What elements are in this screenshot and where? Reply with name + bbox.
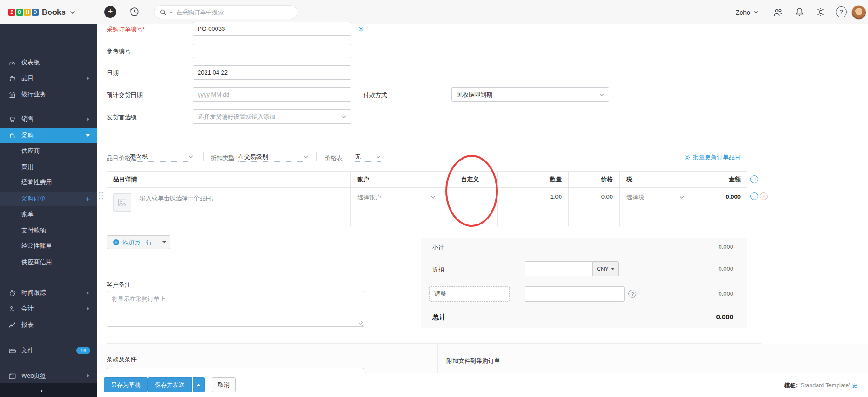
template-info: 模板: 'Standard Template' 更	[784, 381, 858, 390]
discount-currency-select[interactable]: CNY	[593, 261, 619, 276]
row-options-button[interactable]: ···	[750, 192, 758, 200]
gear-icon	[357, 25, 365, 33]
row-remove-button[interactable]: ×	[760, 192, 768, 200]
discount-type-select[interactable]: 在交易级别	[238, 152, 308, 162]
sidebar-item-expenses[interactable]: 费用	[0, 160, 97, 174]
documents-count-badge: 16	[76, 347, 90, 354]
user-avatar[interactable]	[851, 5, 866, 20]
sidebar-item-time-tracking[interactable]: 时间跟踪	[0, 286, 97, 300]
drag-dots-icon	[98, 191, 103, 200]
search-input[interactable]: 在采购订单中搜索	[154, 5, 297, 19]
chevron-down-icon	[70, 11, 75, 14]
item-details-cell[interactable]: 输入或单击以选择一个品目。	[107, 188, 351, 226]
sidebar-item-documents[interactable]: 文件 16	[0, 344, 97, 357]
po-number-input[interactable]	[193, 22, 351, 36]
bulk-update-items-link[interactable]: 批量更新订单品目	[684, 153, 741, 161]
adjustment-help-button[interactable]: ?	[628, 290, 636, 298]
org-logo[interactable]: Z O H O Books	[8, 0, 75, 24]
sidebar-item-dashboard[interactable]: 仪表板	[0, 56, 97, 69]
sidebar-item-reports[interactable]: 报表	[0, 318, 97, 332]
notifications-button[interactable]	[794, 6, 805, 19]
subtotal-value: 0.000	[667, 243, 733, 250]
sidebar-item-banking[interactable]: 银行业务	[0, 87, 97, 101]
sidebar-item-items[interactable]: 品目	[0, 71, 97, 85]
quantity-cell[interactable]: 1.00	[498, 188, 569, 226]
caret-up-icon	[197, 384, 200, 386]
shipment-preference-select[interactable]: 选择发货偏好设置或键入添加	[193, 109, 351, 124]
template-label: 模板:	[784, 382, 798, 390]
payment-terms-label: 付款方式	[363, 91, 387, 99]
col-header-tax: 税	[620, 171, 691, 188]
cancel-button[interactable]: 取消	[212, 377, 236, 392]
help-button[interactable]: ?	[836, 6, 847, 17]
discount-type-label: 折扣类型	[211, 154, 234, 162]
adjustment-name-input[interactable]: 调整	[429, 286, 510, 302]
reference-input[interactable]	[193, 44, 351, 58]
table-options-button[interactable]: ···	[750, 175, 758, 183]
options-divider	[203, 152, 204, 161]
sidebar-item-payments-made[interactable]: 支付款项	[0, 224, 97, 237]
adjustment-amount-input[interactable]	[525, 286, 625, 302]
users-button[interactable]	[772, 7, 783, 20]
sidebar-item-sales[interactable]: 销售	[0, 112, 97, 126]
add-row-split-button[interactable]: 添加另一行	[107, 235, 170, 249]
question-icon: ?	[631, 291, 634, 297]
po-number-settings-button[interactable]	[357, 25, 365, 35]
settings-button[interactable]	[815, 6, 826, 19]
sidebar-item-bills[interactable]: 账单	[0, 207, 97, 221]
sidebar-collapse-button[interactable]: ‹	[0, 383, 97, 397]
options-divider	[316, 152, 317, 161]
chevron-down-icon	[754, 11, 759, 14]
add-row-caret-button[interactable]	[158, 235, 170, 249]
users-icon	[772, 7, 783, 18]
question-icon: ?	[839, 8, 843, 16]
sidebar-item-recurring-bills[interactable]: 经常性账单	[0, 239, 97, 253]
sidebar-item-vendors[interactable]: 供应商	[0, 144, 97, 158]
expand-arrow-icon	[87, 374, 89, 378]
close-icon: ×	[762, 194, 765, 199]
logo-tile-o1: O	[16, 9, 23, 16]
date-input[interactable]	[193, 65, 351, 80]
textarea-resize-handle[interactable]	[359, 321, 363, 326]
gear-icon	[815, 6, 826, 17]
expected-delivery-date-input[interactable]	[193, 87, 351, 102]
payment-terms-select[interactable]: 见收据即到期	[451, 87, 609, 102]
save-draft-button[interactable]: 另存为草稿	[104, 377, 148, 392]
rate-cell[interactable]: 0.00	[569, 188, 620, 226]
sidebar-item-vendor-credits[interactable]: 供应商信用	[0, 255, 97, 269]
save-send-caret-button[interactable]	[193, 377, 205, 392]
history-clock-icon	[129, 6, 140, 17]
expand-arrow-icon	[87, 76, 89, 80]
date-label: 日期	[107, 69, 119, 77]
sidebar-item-purchase-orders[interactable]: 采购订单 +	[0, 192, 97, 206]
sidebar-item-accountant[interactable]: 会计	[0, 302, 97, 316]
shopping-bag-icon	[8, 132, 16, 139]
change-template-link[interactable]: 更	[852, 381, 858, 390]
sidebar-item-recurring-expenses[interactable]: 经常性费用	[0, 176, 97, 190]
sidebar-item-purchases[interactable]: 采购	[0, 128, 97, 143]
price-list-select[interactable]: 无	[355, 152, 381, 162]
quick-add-icon[interactable]: +	[86, 195, 90, 203]
sidebar-item-web-tabs[interactable]: Web页签	[0, 369, 97, 383]
total-value: 0.000	[657, 313, 733, 321]
tax-inclusive-select[interactable]: 不含税	[130, 152, 193, 162]
customer-notes-textarea[interactable]	[107, 291, 364, 327]
save-send-button[interactable]: 保存并发送	[148, 377, 192, 392]
logo-tile-h: H	[24, 9, 31, 16]
image-icon	[117, 197, 127, 207]
discount-input[interactable]	[525, 261, 593, 276]
chevron-down-icon	[376, 155, 381, 158]
vertical-divider	[437, 344, 438, 373]
item-image-placeholder	[113, 193, 131, 212]
add-row-button[interactable]: 添加另一行	[107, 235, 158, 249]
create-new-button[interactable]: +	[104, 6, 116, 18]
custom-cell[interactable]	[442, 188, 498, 226]
tax-cell-select[interactable]: 选择税	[620, 188, 691, 226]
account-cell-select[interactable]: 选择账户	[351, 188, 442, 226]
recent-history-button[interactable]	[129, 6, 140, 19]
org-switcher[interactable]: Zoho	[736, 0, 759, 24]
chevron-down-icon	[680, 196, 684, 199]
item-select-placeholder[interactable]: 输入或单击以选择一个品目。	[140, 193, 217, 202]
row-drag-handle[interactable]	[98, 191, 103, 202]
collapse-caret-icon	[86, 134, 90, 137]
